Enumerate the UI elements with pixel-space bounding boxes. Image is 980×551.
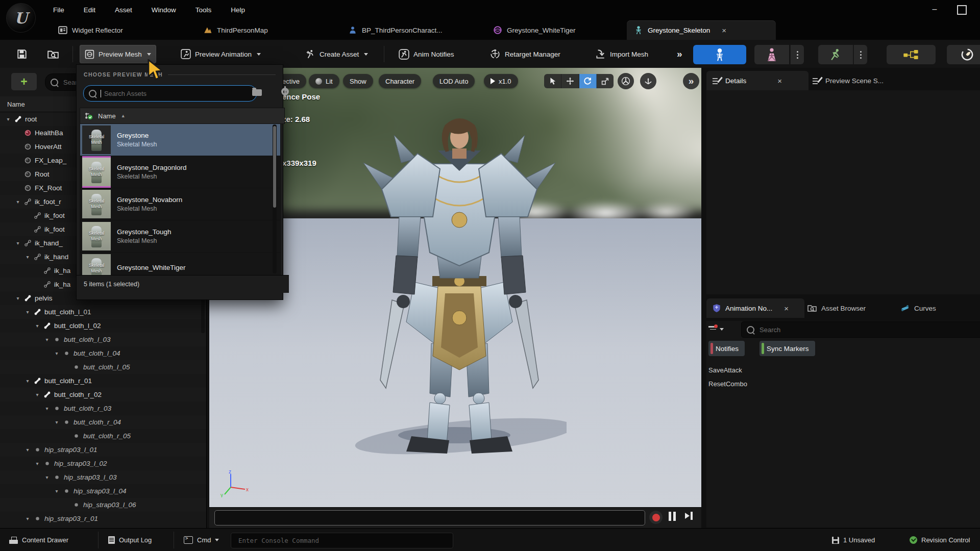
- tab-animation-notifies[interactable]: Animation No...: [706, 298, 804, 318]
- record-button[interactable]: [649, 511, 663, 524]
- expand-arrow-icon[interactable]: ▾: [24, 447, 31, 453]
- viewport-overflow-button[interactable]: [683, 73, 699, 89]
- expand-arrow-icon[interactable]: ▾: [44, 406, 50, 411]
- tree-node-butt_cloth_l_03[interactable]: ▾butt_cloth_l_03: [0, 333, 206, 346]
- rotate-tool-button[interactable]: [579, 74, 597, 88]
- import-mesh-button[interactable]: Import Mesh: [590, 45, 653, 63]
- expand-arrow-icon[interactable]: ▾: [15, 295, 21, 301]
- tab-thirdpersonmap[interactable]: ThirdPersonMap: [196, 20, 275, 40]
- save-button[interactable]: [11, 45, 33, 63]
- view-options-gear-icon[interactable]: [281, 88, 289, 95]
- add-button[interactable]: [11, 73, 37, 90]
- lod-auto-pill[interactable]: LOD Auto: [433, 74, 475, 88]
- expand-arrow-icon[interactable]: ▾: [54, 350, 60, 356]
- lit-mode-pill[interactable]: Lit: [309, 74, 339, 88]
- tree-node-butt_cloth_r_02[interactable]: ▾butt_cloth_r_02: [0, 388, 206, 402]
- notifies-filter-button[interactable]: [708, 321, 736, 337]
- output-log-button[interactable]: Output Log: [103, 532, 157, 548]
- tree-node-hip_strap03_l_06[interactable]: hip_strap03_l_06: [0, 498, 206, 512]
- mesh-mode-options-button[interactable]: [790, 45, 804, 64]
- expand-arrow-icon[interactable]: ▾: [34, 392, 40, 397]
- asset-list-header[interactable]: Name ▲: [80, 108, 285, 124]
- coordinate-space-button[interactable]: [640, 73, 656, 89]
- expand-arrow-icon[interactable]: ▾: [54, 419, 60, 425]
- notify-item-ResetCombo[interactable]: ResetCombo: [708, 377, 747, 390]
- move-tool-button[interactable]: [561, 74, 579, 88]
- preview-character-mesh[interactable]: [352, 104, 567, 456]
- tab-greystone-whitetiger[interactable]: Greystone_WhiteTiger: [486, 20, 583, 40]
- tree-node-butt_cloth_r_01[interactable]: ▾butt_cloth_r_01: [0, 374, 206, 388]
- tree-node-butt_cloth_l_02[interactable]: ▾butt_cloth_l_02: [0, 319, 206, 333]
- retarget-manager-button[interactable]: Retarget Manager: [484, 45, 566, 63]
- menu-asset[interactable]: Asset: [109, 4, 138, 16]
- scale-tool-button[interactable]: [597, 74, 614, 88]
- close-tab-icon[interactable]: [722, 26, 726, 35]
- tree-node-hip_strap03_l_04[interactable]: ▾hip_strap03_l_04: [0, 484, 206, 498]
- notifies-search[interactable]: [741, 321, 980, 338]
- tab-preview-scene-settings[interactable]: Preview Scene S...: [806, 71, 890, 90]
- tree-node-butt_cloth_r_05[interactable]: butt_cloth_r_05: [0, 429, 206, 443]
- expand-arrow-icon[interactable]: ▾: [34, 323, 40, 329]
- asset-item-Greystone_WhiteTiger[interactable]: Skeletal MeshGreystone_WhiteTiger: [80, 253, 280, 276]
- notify-item-SaveAttack[interactable]: SaveAttack: [708, 363, 742, 377]
- unsaved-changes-button[interactable]: 1 Unsaved: [827, 532, 880, 548]
- camera-pivot-button[interactable]: [618, 73, 634, 89]
- expand-arrow-icon[interactable]: ▾: [54, 488, 60, 494]
- animation-mode-options-button[interactable]: [853, 45, 867, 64]
- tab-curves[interactable]: Curves: [894, 298, 942, 318]
- sync-markers-filter-chip[interactable]: Sync Markers: [760, 341, 815, 356]
- console-command-field[interactable]: [231, 533, 453, 548]
- create-asset-button[interactable]: Create Asset: [300, 45, 373, 63]
- expand-arrow-icon[interactable]: ▾: [34, 461, 40, 466]
- close-tab-icon[interactable]: [784, 304, 789, 313]
- menu-edit[interactable]: Edit: [78, 4, 102, 16]
- menu-window[interactable]: Window: [145, 4, 182, 16]
- content-drawer-button[interactable]: Content Drawer: [4, 532, 74, 548]
- browse-to-asset-button[interactable]: [42, 45, 64, 63]
- mesh-mode-button[interactable]: [754, 45, 789, 64]
- expand-arrow-icon[interactable]: ▾: [5, 116, 11, 122]
- window-maximize-button[interactable]: [957, 5, 967, 15]
- expand-arrow-icon[interactable]: ▾: [15, 199, 21, 205]
- tree-node-butt_cloth_l_05[interactable]: butt_cloth_l_05: [0, 360, 206, 374]
- select-tool-button[interactable]: [544, 74, 561, 88]
- step-forward-button[interactable]: [685, 512, 693, 520]
- tree-node-hip_strap03_l_02[interactable]: ▾hip_strap03_l_02: [0, 457, 206, 470]
- tree-node-butt_cloth_l_04[interactable]: ▾butt_cloth_l_04: [0, 346, 206, 360]
- tab-greystone-skeleton[interactable]: Greystone_Skeleton: [627, 20, 776, 40]
- notifies-search-input[interactable]: [758, 325, 980, 334]
- preview-mesh-button[interactable]: Preview Mesh: [80, 45, 156, 63]
- pause-button[interactable]: [669, 512, 676, 521]
- expand-arrow-icon[interactable]: ▾: [24, 309, 31, 315]
- expand-arrow-icon[interactable]: ▾: [15, 240, 21, 246]
- timeline-track[interactable]: [214, 510, 645, 525]
- physics-mode-button[interactable]: [947, 45, 980, 64]
- tab-asset-browser[interactable]: Asset Browser: [801, 298, 872, 318]
- dropdown-scrollbar[interactable]: [273, 124, 277, 273]
- tree-node-hip_strap03_l_01[interactable]: ▾hip_strap03_l_01: [0, 443, 206, 457]
- menu-tools[interactable]: Tools: [189, 4, 218, 16]
- notifies-filter-chip[interactable]: Notifies: [708, 341, 745, 356]
- playback-speed-pill[interactable]: x1.0: [484, 74, 518, 88]
- tree-node-butt_cloth_r_03[interactable]: ▾butt_cloth_r_03: [0, 402, 206, 415]
- asset-item-Greystone_Tough[interactable]: Skeletal MeshGreystone_ToughSkeletal Mes…: [80, 220, 280, 253]
- blueprint-mode-button[interactable]: [887, 45, 936, 64]
- console-command-input[interactable]: [237, 536, 447, 545]
- expand-arrow-icon[interactable]: ▾: [44, 337, 50, 342]
- asset-item-Greystone_Novaborn[interactable]: Skeletal MeshGreystone_NovabornSkeletal …: [80, 188, 280, 220]
- expand-arrow-icon[interactable]: ▾: [44, 474, 50, 480]
- window-minimize-button[interactable]: –: [929, 4, 940, 15]
- show-pill[interactable]: Show: [343, 74, 373, 88]
- revision-control-button[interactable]: Revision Control: [904, 532, 980, 548]
- asset-item-Greystone[interactable]: Skeletal MeshGreystoneSkeletal Mesh: [80, 124, 280, 156]
- close-tab-icon[interactable]: [777, 77, 782, 85]
- expand-arrow-icon[interactable]: ▾: [24, 254, 31, 260]
- tree-node-hip_strap03_r_01[interactable]: ▾hip_strap03_r_01: [0, 512, 206, 525]
- asset-item-Greystone_Dragonlord[interactable]: Skeletal MeshGreystone_DragonlordSkeleta…: [80, 156, 280, 188]
- expand-arrow-icon[interactable]: ▾: [24, 516, 31, 521]
- tab-details[interactable]: Details: [706, 71, 808, 90]
- asset-search-input[interactable]: [103, 89, 251, 98]
- menu-file[interactable]: File: [47, 4, 70, 16]
- tab-widget-reflector[interactable]: Widget Reflector: [51, 20, 130, 40]
- anim-notifies-button[interactable]: Anim Notifies: [394, 45, 459, 63]
